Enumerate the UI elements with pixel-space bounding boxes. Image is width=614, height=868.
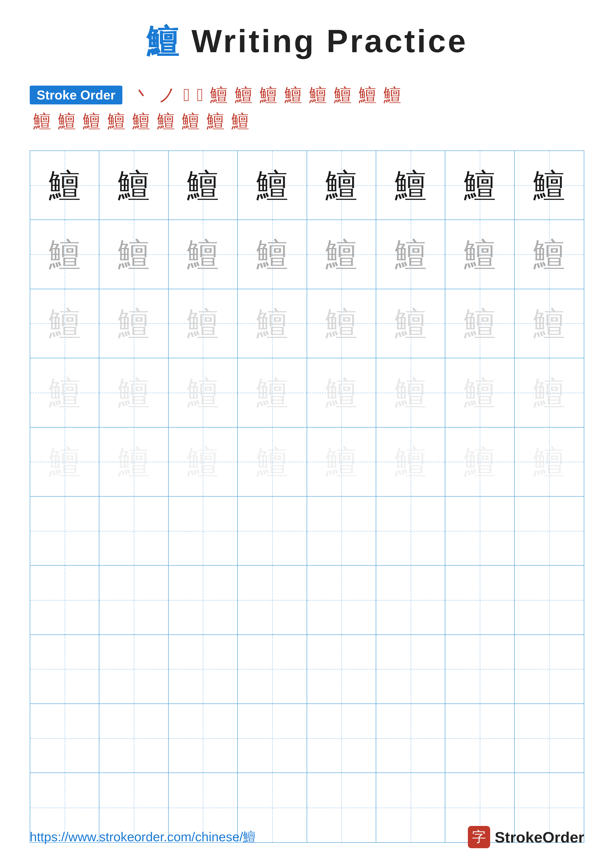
grid-cell[interactable] bbox=[376, 566, 445, 635]
grid-cell[interactable]: 鱣 bbox=[169, 220, 238, 289]
grid-cell[interactable]: 鱣 bbox=[238, 151, 307, 220]
grid-cell[interactable] bbox=[169, 566, 238, 635]
grid-cell[interactable]: 鱣 bbox=[238, 358, 307, 427]
grid-cell[interactable]: 鱣 bbox=[445, 289, 515, 358]
practice-char: 鱣 bbox=[464, 307, 496, 339]
stroke-char: 鱣 bbox=[58, 109, 76, 133]
brand-name: StrokeOrder bbox=[494, 828, 584, 846]
practice-char: 鱣 bbox=[533, 446, 565, 478]
grid-cell[interactable]: 鱣 bbox=[99, 289, 168, 358]
grid-cell[interactable] bbox=[99, 704, 168, 773]
grid-cell[interactable]: 鱣 bbox=[30, 220, 99, 289]
stroke-char: 鱣 bbox=[309, 83, 327, 107]
grid-cell[interactable] bbox=[515, 704, 584, 773]
grid-cell[interactable]: 鱣 bbox=[307, 358, 376, 427]
grid-cell[interactable]: 鱣 bbox=[515, 358, 584, 427]
grid-cell[interactable]: 鱣 bbox=[30, 151, 99, 220]
grid-row: 鱣 鱣 鱣 鱣 鱣 鱣 鱣 鱣 bbox=[30, 151, 584, 220]
practice-char: 鱣 bbox=[395, 238, 427, 270]
grid-cell[interactable] bbox=[99, 635, 168, 704]
grid-cell[interactable] bbox=[238, 497, 307, 566]
grid-cell[interactable]: 鱣 bbox=[515, 289, 584, 358]
stroke-chars-row1: 丶 ノ 𠃋 𠂆 鱣 鱣 鱣 鱣 鱣 鱣 鱣 鱣 bbox=[130, 83, 405, 107]
grid-cell[interactable]: 鱣 bbox=[445, 358, 515, 427]
grid-cell[interactable] bbox=[169, 704, 238, 773]
footer-url[interactable]: https://www.strokeorder.com/chinese/鱣 bbox=[30, 828, 256, 846]
grid-cell[interactable]: 鱣 bbox=[238, 220, 307, 289]
grid-cell[interactable]: 鱣 bbox=[307, 220, 376, 289]
grid-cell[interactable]: 鱣 bbox=[307, 151, 376, 220]
grid-cell[interactable] bbox=[376, 635, 445, 704]
practice-char: 鱣 bbox=[256, 169, 288, 202]
grid-cell[interactable] bbox=[169, 635, 238, 704]
grid-cell[interactable]: 鱣 bbox=[376, 358, 445, 427]
grid-cell[interactable] bbox=[445, 497, 515, 566]
grid-cell[interactable] bbox=[307, 635, 376, 704]
grid-cell[interactable]: 鱣 bbox=[169, 428, 238, 497]
grid-cell[interactable]: 鱣 bbox=[515, 428, 584, 497]
practice-char: 鱣 bbox=[464, 446, 496, 478]
practice-char: 鱣 bbox=[464, 169, 496, 202]
grid-cell[interactable]: 鱣 bbox=[376, 428, 445, 497]
stroke-char: ノ bbox=[158, 83, 176, 107]
grid-row bbox=[30, 566, 584, 635]
grid-cell[interactable]: 鱣 bbox=[376, 151, 445, 220]
grid-cell[interactable]: 鱣 bbox=[99, 428, 168, 497]
grid-cell[interactable] bbox=[307, 497, 376, 566]
grid-cell[interactable]: 鱣 bbox=[99, 358, 168, 427]
grid-cell[interactable]: 鱣 bbox=[307, 289, 376, 358]
practice-char: 鱣 bbox=[118, 307, 150, 339]
grid-cell[interactable]: 鱣 bbox=[99, 151, 168, 220]
stroke-order-row-2: 鱣 鱣 鱣 鱣 鱣 鱣 鱣 鱣 鱣 bbox=[30, 109, 584, 133]
grid-cell[interactable] bbox=[376, 497, 445, 566]
grid-cell[interactable]: 鱣 bbox=[445, 428, 515, 497]
grid-cell[interactable] bbox=[307, 704, 376, 773]
grid-cell[interactable] bbox=[238, 704, 307, 773]
grid-cell[interactable] bbox=[445, 566, 515, 635]
grid-cell[interactable]: 鱣 bbox=[307, 428, 376, 497]
grid-cell[interactable]: 鱣 bbox=[30, 358, 99, 427]
stroke-char: 鱣 bbox=[210, 83, 228, 107]
grid-cell[interactable] bbox=[30, 635, 99, 704]
stroke-char: 鱣 bbox=[231, 109, 249, 133]
grid-cell[interactable] bbox=[515, 566, 584, 635]
grid-cell[interactable]: 鱣 bbox=[515, 151, 584, 220]
page: 鱣 Writing Practice Stroke Order 丶 ノ 𠃋 𠂆 … bbox=[0, 0, 614, 868]
stroke-char: 鱣 bbox=[260, 83, 277, 107]
grid-cell[interactable]: 鱣 bbox=[445, 220, 515, 289]
title-char: 鱣 bbox=[146, 23, 180, 59]
grid-cell[interactable]: 鱣 bbox=[169, 358, 238, 427]
practice-char: 鱣 bbox=[118, 238, 150, 270]
stroke-char: 鱣 bbox=[359, 83, 376, 107]
grid-cell[interactable]: 鱣 bbox=[515, 220, 584, 289]
grid-cell[interactable]: 鱣 bbox=[238, 289, 307, 358]
grid-cell[interactable] bbox=[238, 635, 307, 704]
stroke-char: 丶 bbox=[133, 83, 151, 107]
grid-cell[interactable] bbox=[99, 566, 168, 635]
grid-cell[interactable] bbox=[30, 566, 99, 635]
grid-cell[interactable] bbox=[238, 566, 307, 635]
practice-char: 鱣 bbox=[325, 169, 358, 202]
stroke-char: 鱣 bbox=[33, 109, 51, 133]
practice-char: 鱣 bbox=[533, 377, 565, 409]
grid-cell[interactable] bbox=[30, 704, 99, 773]
grid-cell[interactable]: 鱣 bbox=[30, 289, 99, 358]
grid-cell[interactable] bbox=[515, 497, 584, 566]
grid-cell[interactable] bbox=[445, 635, 515, 704]
grid-cell[interactable]: 鱣 bbox=[376, 220, 445, 289]
grid-cell[interactable] bbox=[99, 497, 168, 566]
grid-cell[interactable] bbox=[515, 635, 584, 704]
grid-cell[interactable] bbox=[169, 497, 238, 566]
grid-cell[interactable]: 鱣 bbox=[445, 151, 515, 220]
grid-cell[interactable]: 鱣 bbox=[238, 428, 307, 497]
grid-cell[interactable] bbox=[30, 497, 99, 566]
grid-cell[interactable]: 鱣 bbox=[99, 220, 168, 289]
grid-cell[interactable]: 鱣 bbox=[169, 151, 238, 220]
grid-cell[interactable]: 鱣 bbox=[30, 428, 99, 497]
grid-cell[interactable]: 鱣 bbox=[376, 289, 445, 358]
grid-cell[interactable] bbox=[376, 704, 445, 773]
grid-cell[interactable] bbox=[307, 566, 376, 635]
grid-cell[interactable] bbox=[445, 704, 515, 773]
grid-cell[interactable]: 鱣 bbox=[169, 289, 238, 358]
practice-char: 鱣 bbox=[464, 377, 496, 409]
